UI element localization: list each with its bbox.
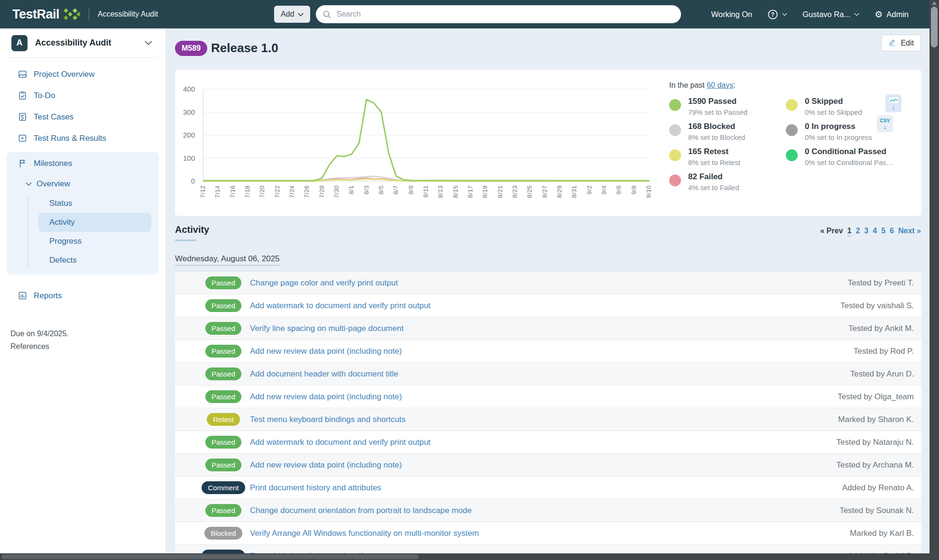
status-badge: Passed bbox=[205, 367, 241, 380]
legend-entry-title: 1590 Passed bbox=[688, 97, 747, 106]
legend-entry: 165 Retest8% set to Retest bbox=[669, 147, 786, 166]
pagination-page-link[interactable]: 3 bbox=[864, 227, 868, 236]
x-axis-tick-label: 7/14 bbox=[214, 185, 221, 198]
vertical-scrollbar-thumb[interactable] bbox=[931, 7, 938, 47]
x-axis-tick-label: 8/3 bbox=[363, 185, 370, 194]
y-axis-tick-label: 300 bbox=[175, 108, 195, 116]
activity-title-link[interactable]: Add document header with document title bbox=[250, 369, 398, 379]
activity-title-link[interactable]: Test menu keyboard bindings and shortcut… bbox=[250, 415, 405, 424]
legend-entry-subtitle: 8% set to Blocked bbox=[688, 133, 745, 141]
pagination-page-link[interactable]: 6 bbox=[890, 227, 894, 236]
legend-entry: 82 Failed4% set to Failed bbox=[669, 172, 786, 192]
svg-text:?: ? bbox=[771, 11, 774, 18]
activity-title-link[interactable]: Add watermark to document and verify pri… bbox=[250, 301, 431, 311]
sidebar-item-defects[interactable]: Defects bbox=[38, 251, 151, 270]
legend-entry-title: 0 Conditional Passed bbox=[805, 147, 893, 156]
sidebar-item-overview[interactable]: Overview bbox=[7, 174, 159, 194]
search-input[interactable] bbox=[336, 9, 681, 19]
user-name: Gustavo Ra... bbox=[802, 10, 850, 19]
sidebar-item-test-cases[interactable]: Test Cases bbox=[0, 106, 166, 128]
legend-entry-subtitle: 0% set to Conditional Pas… bbox=[805, 158, 893, 166]
sidebar-item-to-do[interactable]: To-Do bbox=[0, 85, 166, 106]
chevron-down-icon bbox=[782, 13, 787, 16]
admin-label: Admin bbox=[886, 10, 909, 19]
activity-title-link[interactable]: Add new review data point (including not… bbox=[250, 392, 402, 402]
legend-dot-icon bbox=[786, 124, 798, 136]
admin-link[interactable]: ⚙ Admin bbox=[875, 10, 909, 19]
legend-entry-title: 0 In progress bbox=[805, 122, 872, 131]
edit-button[interactable]: Edit bbox=[881, 35, 921, 51]
sidebar-item-milestones[interactable]: Milestones bbox=[7, 153, 159, 174]
download-csv-button[interactable]: CSV ↓ bbox=[877, 115, 893, 132]
x-axis-tick-label: 8/17 bbox=[467, 185, 474, 198]
vertical-scrollbar[interactable] bbox=[930, 0, 939, 560]
activity-title-link[interactable]: Add new review data point (including not… bbox=[250, 460, 402, 470]
activity-row: CommentPrint document history and attrib… bbox=[175, 477, 921, 499]
navbar-divider bbox=[89, 8, 89, 20]
working-on-link[interactable]: Working On bbox=[711, 10, 752, 19]
add-button[interactable]: Add bbox=[274, 6, 310, 23]
pagination-current-page[interactable]: 1 bbox=[847, 227, 852, 236]
sidebar: A Accessibility Audit Project OverviewTo… bbox=[0, 28, 166, 553]
pagination-page-link[interactable]: 4 bbox=[873, 227, 877, 236]
chevron-down-icon bbox=[26, 179, 32, 189]
arrow-down-icon: ↓ bbox=[884, 124, 887, 130]
legend-entry-subtitle: 8% set to Retest bbox=[688, 158, 740, 166]
csv-icon: CSV bbox=[880, 118, 890, 123]
user-menu[interactable]: Gustavo Ra... bbox=[802, 10, 859, 19]
activity-title-link[interactable]: Change page color and verify print outpu… bbox=[250, 278, 398, 288]
activity-title-link[interactable]: Change document orientation from portrai… bbox=[250, 506, 472, 515]
x-axis-tick-label: 9/10 bbox=[645, 185, 652, 198]
activity-title-link[interactable]: Verify Arrange All Windows functionality… bbox=[250, 529, 479, 538]
sixty-days-link[interactable]: 60 days bbox=[707, 81, 733, 89]
legend-dot-icon bbox=[669, 124, 681, 136]
legend-entry-subtitle: 79% set to Passed bbox=[688, 108, 747, 116]
scroll-up-arrow-icon[interactable] bbox=[932, 1, 937, 5]
activity-title-link[interactable]: Add watermark to document and verify pri… bbox=[250, 438, 431, 447]
x-axis-tick-label: 8/1 bbox=[348, 185, 355, 194]
pagination-page-link[interactable]: 2 bbox=[856, 227, 860, 236]
activity-title-link[interactable]: Verify line spacing on multi-page docume… bbox=[250, 324, 404, 333]
sidebar-item-reports[interactable]: Reports bbox=[0, 285, 166, 306]
bar-chart-icon bbox=[17, 291, 28, 301]
chart-legend: In the past 60 days: 1590 Passed79% set … bbox=[669, 81, 921, 192]
download-chart-button[interactable]: ↓ bbox=[885, 94, 902, 112]
image-icon bbox=[17, 69, 28, 79]
references-link[interactable]: References bbox=[10, 340, 166, 353]
legend-entry-title: 168 Blocked bbox=[688, 122, 745, 131]
app-window: TestRail Accessibility Audit Add bbox=[0, 0, 939, 560]
horizontal-scrollbar[interactable] bbox=[0, 553, 939, 560]
status-badge: Passed bbox=[205, 345, 241, 358]
pagination-page-link[interactable]: 5 bbox=[881, 227, 885, 236]
activity-row: PassedAdd new review data point (includi… bbox=[175, 386, 921, 408]
help-menu[interactable]: ? bbox=[767, 9, 787, 20]
activity-table: PassedChange page color and verify print… bbox=[175, 271, 921, 560]
activity-date-header: Wednesday, August 06, 2025 bbox=[175, 254, 280, 266]
sidebar-item-project-overview[interactable]: Project Overview bbox=[0, 64, 166, 85]
x-axis-tick-label: 8/23 bbox=[511, 185, 518, 198]
activity-row: PassedAdd new review data point (includi… bbox=[175, 454, 921, 477]
testrail-logo[interactable]: TestRail bbox=[12, 7, 59, 22]
activity-row: PassedChange document orientation from p… bbox=[175, 499, 921, 522]
x-axis-tick-label: 8/11 bbox=[422, 185, 429, 198]
sidebar-item-label: Project Overview bbox=[34, 70, 94, 79]
y-axis-tick-label: 400 bbox=[175, 85, 195, 93]
search-bar[interactable] bbox=[316, 5, 681, 23]
horizontal-scrollbar-thumb[interactable] bbox=[1, 554, 419, 559]
sidebar-item-activity[interactable]: Activity bbox=[38, 213, 151, 232]
x-axis-tick-label: 8/31 bbox=[571, 185, 578, 198]
activity-by-text: Tested by Preeti T. bbox=[847, 278, 914, 288]
status-badge: Passed bbox=[205, 299, 241, 312]
pagination-prev[interactable]: « Prev bbox=[820, 227, 843, 236]
project-selector[interactable]: A Accessibility Audit bbox=[9, 28, 157, 58]
activity-row: PassedAdd new review data point (includi… bbox=[175, 340, 921, 363]
activity-title-link[interactable]: Print document history and attributes bbox=[250, 483, 381, 493]
activity-title-link[interactable]: Add new review data point (including not… bbox=[250, 347, 402, 356]
sidebar-item-status[interactable]: Status bbox=[38, 194, 151, 213]
sidebar-item-test-runs-results[interactable]: Test Runs & Results bbox=[0, 128, 166, 149]
activity-by-text: Marked by Karl B. bbox=[850, 529, 914, 538]
pagination-next[interactable]: Next » bbox=[898, 227, 921, 236]
status-badge: Passed bbox=[205, 390, 241, 403]
milestone-id-badge: M589 bbox=[175, 41, 207, 56]
sidebar-item-progress[interactable]: Progress bbox=[38, 232, 151, 251]
